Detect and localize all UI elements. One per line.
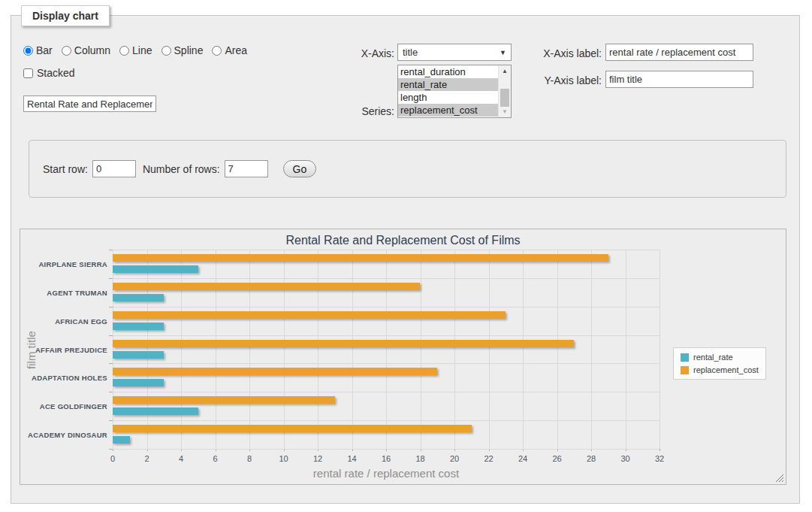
series-option-length[interactable]: length bbox=[398, 91, 498, 104]
legend-label: replacement_cost bbox=[693, 365, 759, 374]
radio-label-line: Line bbox=[132, 44, 152, 56]
gridline-vertical bbox=[113, 250, 113, 449]
radio-line[interactable] bbox=[119, 46, 129, 56]
gridline-horizontal bbox=[113, 278, 660, 279]
gridline-vertical bbox=[591, 250, 592, 449]
bar-replacement_cost bbox=[113, 283, 420, 290]
bar-rental_rate bbox=[113, 294, 164, 301]
chart-title: Rental Rate and Replacement Cost of Film… bbox=[20, 234, 786, 247]
gridline-vertical bbox=[352, 250, 353, 449]
start-row-input[interactable] bbox=[92, 160, 136, 177]
y-tick-mark bbox=[109, 420, 113, 421]
y-tick-mark bbox=[109, 449, 113, 450]
series-listbox[interactable]: rental_durationrental_ratelengthreplacem… bbox=[397, 65, 512, 118]
radio-label-spline: Spline bbox=[174, 44, 204, 56]
gridline-horizontal bbox=[113, 335, 660, 336]
x-axis-select[interactable]: title ▼ bbox=[397, 44, 512, 61]
x-tick-label: 16 bbox=[382, 454, 391, 463]
x-axis-label-input[interactable] bbox=[605, 44, 753, 61]
display-chart-panel: Display chart BarColumnLineSplineArea St… bbox=[11, 15, 800, 504]
chevron-down-icon: ▼ bbox=[500, 49, 506, 56]
panel-legend: Display chart bbox=[21, 5, 110, 26]
y-tick-mark bbox=[109, 250, 113, 250]
x-tick-label: 8 bbox=[247, 454, 252, 463]
x-tick-label: 26 bbox=[552, 454, 561, 463]
radio-area[interactable] bbox=[212, 46, 222, 56]
x-tick-mark bbox=[660, 449, 660, 451]
category-label: AIRPLANE SIERRA bbox=[38, 259, 107, 268]
category-label: ACADEMY DINOSAUR bbox=[28, 431, 107, 439]
radio-label-area: Area bbox=[225, 44, 247, 56]
bar-replacement_cost bbox=[113, 340, 574, 347]
x-tick-label: 4 bbox=[179, 454, 183, 463]
radio-spline[interactable] bbox=[161, 46, 171, 56]
y-axis-label-input[interactable] bbox=[605, 71, 753, 88]
scrollbar-track[interactable] bbox=[499, 77, 511, 106]
legend-item-replacement_cost[interactable]: replacement_cost bbox=[681, 365, 759, 374]
bar-rental_rate bbox=[113, 351, 164, 359]
x-tick-label: 18 bbox=[415, 454, 424, 463]
x-tick-label: 30 bbox=[620, 454, 629, 463]
y-tick-mark bbox=[109, 335, 113, 336]
y-axis-label-field-label: Y-Axis label: bbox=[519, 74, 602, 86]
gridline-vertical bbox=[216, 250, 216, 449]
gridline-vertical bbox=[523, 250, 524, 449]
gridline-vertical bbox=[147, 250, 148, 449]
gridline-horizontal bbox=[113, 307, 660, 308]
scroll-down-icon[interactable]: ▼ bbox=[499, 106, 511, 117]
number-of-rows-input[interactable] bbox=[225, 160, 268, 177]
legend-item-rental_rate[interactable]: rental_rate bbox=[681, 353, 759, 362]
plot-area: 02468101214161820222426283032AIRPLANE SI… bbox=[113, 250, 660, 449]
chart-title-input[interactable] bbox=[23, 95, 156, 112]
x-tick-label: 32 bbox=[655, 454, 664, 463]
scroll-up-icon[interactable]: ▲ bbox=[499, 65, 511, 77]
bar-rental_rate bbox=[113, 407, 198, 415]
row-controls-panel: Start row: Number of rows: Go bbox=[29, 140, 786, 198]
x-tick-label: 12 bbox=[313, 454, 322, 463]
y-tick-mark bbox=[109, 363, 113, 364]
gridline-horizontal bbox=[113, 250, 660, 250]
chart-type-option-area[interactable]: Area bbox=[212, 44, 247, 56]
bar-replacement_cost bbox=[113, 311, 506, 319]
legend-label: rental_rate bbox=[693, 353, 733, 362]
chart-type-option-spline[interactable]: Spline bbox=[161, 44, 204, 56]
x-tick-label: 2 bbox=[144, 454, 149, 463]
radio-column[interactable] bbox=[62, 46, 71, 56]
gridline-vertical bbox=[318, 250, 318, 449]
x-axis-select-label: X-Axis: bbox=[312, 47, 394, 59]
stacked-checkbox[interactable] bbox=[23, 68, 33, 78]
chart-type-option-line[interactable]: Line bbox=[119, 44, 152, 56]
x-axis-label-field-label: X-Axis label: bbox=[519, 47, 602, 59]
category-label: ACE GOLDFINGER bbox=[40, 402, 107, 411]
gridline-vertical bbox=[454, 250, 455, 449]
series-option-replacement_cost[interactable]: replacement_cost bbox=[398, 104, 498, 117]
gridline-vertical bbox=[557, 250, 558, 449]
radio-bar[interactable] bbox=[23, 46, 33, 56]
series-option-rental_rate[interactable]: rental_rate bbox=[398, 78, 498, 91]
scrollbar-thumb[interactable] bbox=[500, 89, 509, 107]
chart-type-option-bar[interactable]: Bar bbox=[23, 44, 53, 56]
bar-replacement_cost bbox=[113, 254, 608, 262]
go-button[interactable]: Go bbox=[283, 160, 317, 177]
legend-swatch-icon bbox=[681, 366, 689, 374]
stacked-option[interactable]: Stacked bbox=[23, 67, 75, 79]
bar-rental_rate bbox=[113, 436, 130, 444]
gridline-vertical bbox=[421, 250, 421, 449]
resize-handle-icon[interactable] bbox=[775, 474, 783, 482]
bar-replacement_cost bbox=[113, 368, 437, 375]
gridline-vertical bbox=[626, 250, 626, 449]
stacked-label: Stacked bbox=[37, 67, 75, 79]
x-tick-label: 10 bbox=[279, 454, 288, 463]
series-scrollbar[interactable]: ▲ ▼ bbox=[498, 65, 511, 117]
legend-swatch-icon bbox=[681, 353, 689, 362]
y-tick-mark bbox=[109, 278, 113, 279]
x-tick-label: 28 bbox=[587, 454, 596, 463]
chart-type-option-column[interactable]: Column bbox=[62, 44, 110, 56]
page: Display chart BarColumnLineSplineArea St… bbox=[0, 0, 812, 512]
x-tick-label: 22 bbox=[484, 454, 493, 463]
chart-legend: rental_ratereplacement_cost bbox=[673, 347, 766, 380]
gridline-vertical bbox=[181, 250, 182, 449]
start-row-label: Start row: bbox=[43, 163, 88, 175]
series-option-rental_duration[interactable]: rental_duration bbox=[398, 65, 498, 78]
gridline-horizontal bbox=[113, 420, 660, 421]
